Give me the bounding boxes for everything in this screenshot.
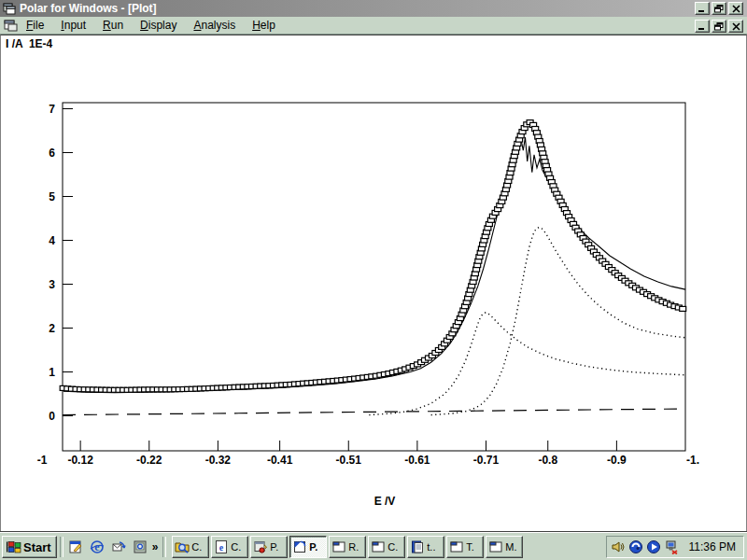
y-tick-label: 0: [49, 410, 55, 423]
taskbar-clock[interactable]: 11:36 PM: [689, 540, 736, 553]
y-tick-label: 2: [49, 322, 55, 335]
window-title: Polar for Windows - [Plot]: [20, 2, 157, 15]
x-tick-label: -0.8: [538, 454, 557, 467]
quick-launch-bar: e: [68, 539, 148, 555]
y-tick-label: 7: [49, 103, 55, 116]
task-button-label: R.: [348, 541, 359, 553]
titlebar-restore-button[interactable]: [712, 2, 726, 15]
menu-items: FileInputRunDisplayAnalysisHelp: [18, 18, 284, 33]
system-tray: 11:36 PM: [606, 536, 744, 558]
web-window-icon[interactable]: [133, 539, 148, 555]
app-window-icon: [371, 539, 386, 554]
task-button-label: C.: [231, 541, 241, 553]
series-fit-total: [63, 137, 685, 393]
taskbar-divider: [162, 537, 166, 557]
plot-client-area: 01234567-1-0.12-0.22-0.32-0.41-0.51-0.61…: [0, 35, 747, 533]
titlebar-minimize-button[interactable]: [695, 2, 710, 15]
task-button-label: C.: [191, 541, 202, 553]
task-button-label: C.: [388, 541, 398, 553]
task-buttons: C.eC.P.P.R.C.t..T.M.: [172, 536, 523, 558]
task-button-5-app-window[interactable]: R.: [329, 536, 366, 558]
plot-window-controls: [693, 20, 743, 33]
y-tick-label: 6: [49, 147, 55, 160]
minimize-icon: [698, 20, 707, 34]
task-button-1-search-folder[interactable]: C.: [172, 536, 209, 558]
x-tick-label: -1.: [686, 454, 699, 467]
titlebar-close-button[interactable]: [728, 2, 743, 15]
x-tick-label: -0.22: [136, 454, 162, 467]
quick-launch-overflow-chevron[interactable]: »: [152, 540, 159, 553]
media-play-icon[interactable]: [646, 539, 662, 555]
restore-icon: [714, 2, 724, 16]
close-icon: [732, 2, 740, 16]
x-tick-label: -0.41: [267, 454, 293, 467]
task-button-label: t..: [427, 541, 435, 553]
task-button-label: M.: [505, 541, 516, 553]
outlook-express-icon[interactable]: [111, 539, 127, 555]
svg-text:e: e: [219, 542, 224, 553]
plot-window-icon: [4, 20, 18, 32]
plot-canvas: 01234567-1-0.12-0.22-0.32-0.41-0.51-0.61…: [1, 35, 746, 532]
svg-text:e: e: [94, 540, 100, 553]
start-button[interactable]: Start: [2, 536, 57, 558]
app-window-icon: [488, 539, 503, 554]
polar-app-icon: [292, 539, 307, 554]
volume-icon[interactable]: [611, 539, 627, 555]
menu-bar: FileInputRunDisplayAnalysisHelp: [0, 17, 747, 35]
titlebar-controls: [693, 2, 743, 15]
x-axis-title: E /V: [333, 495, 436, 508]
menu-item-input[interactable]: Input: [52, 18, 94, 33]
restore-icon: [714, 20, 724, 34]
task-button-8-app-window[interactable]: T.: [446, 536, 484, 558]
y-tick-label: 5: [49, 190, 55, 203]
task-button-label: P.: [309, 541, 317, 553]
x-tick-label: -0.12: [67, 454, 93, 467]
search-folder-icon: [175, 539, 190, 554]
start-button-label: Start: [23, 540, 51, 554]
y-axis-min-label: -1: [37, 454, 48, 467]
screen: { "window": { "title": "Polar for Window…: [0, 0, 747, 560]
plot-frame: [63, 103, 685, 451]
menu-item-file[interactable]: File: [18, 18, 52, 33]
show-desktop-icon[interactable]: [68, 539, 84, 555]
x-tick-label: -0.51: [336, 454, 362, 467]
menubar-close-button[interactable]: [728, 20, 743, 33]
close-icon: [732, 20, 740, 34]
ie-page-icon: e: [214, 539, 229, 554]
paint-app-icon: [253, 539, 268, 554]
menubar-minimize-button[interactable]: [695, 20, 710, 33]
menu-item-display[interactable]: Display: [132, 18, 185, 33]
series-component-2: [431, 227, 685, 414]
title-bar[interactable]: Polar for Windows - [Plot]: [0, 0, 747, 17]
x-tick-label: -0.71: [473, 454, 500, 467]
y-axis-title: I /A 1E-4: [6, 37, 52, 50]
minimize-icon: [698, 2, 707, 16]
task-button-label: P.: [270, 541, 278, 553]
x-tick-label: -0.32: [205, 454, 232, 467]
task-button-9-app-window[interactable]: M.: [486, 536, 523, 558]
task-button-4-polar-app[interactable]: P.: [289, 536, 327, 558]
menu-item-run[interactable]: Run: [94, 18, 132, 33]
app-window-icon: [331, 539, 346, 554]
y-tick-label: 1: [49, 366, 55, 379]
x-tick-label: -0.61: [404, 454, 430, 467]
task-button-6-app-window[interactable]: C.: [368, 536, 405, 558]
y-tick-label: 4: [49, 234, 55, 247]
menubar-restore-button[interactable]: [712, 20, 726, 33]
taskbar-divider: [60, 537, 63, 557]
network-offline-icon[interactable]: [664, 539, 680, 555]
menu-item-analysis[interactable]: Analysis: [185, 18, 244, 33]
app-icon: [3, 3, 16, 15]
task-button-3-paint-app[interactable]: P.: [250, 536, 288, 558]
notepad-icon: [410, 539, 425, 554]
windows-logo-icon: [5, 539, 21, 554]
tray-icons: [611, 539, 682, 555]
media-swirl-icon[interactable]: [628, 539, 644, 555]
task-button-label: T.: [466, 541, 474, 553]
task-button-7-notepad[interactable]: t..: [407, 536, 444, 558]
internet-explorer-icon[interactable]: e: [90, 539, 106, 555]
y-tick-label: 3: [49, 278, 55, 291]
task-button-2-ie-page[interactable]: eC.: [211, 536, 248, 558]
app-window-icon: [449, 539, 464, 554]
menu-item-help[interactable]: Help: [244, 18, 284, 33]
